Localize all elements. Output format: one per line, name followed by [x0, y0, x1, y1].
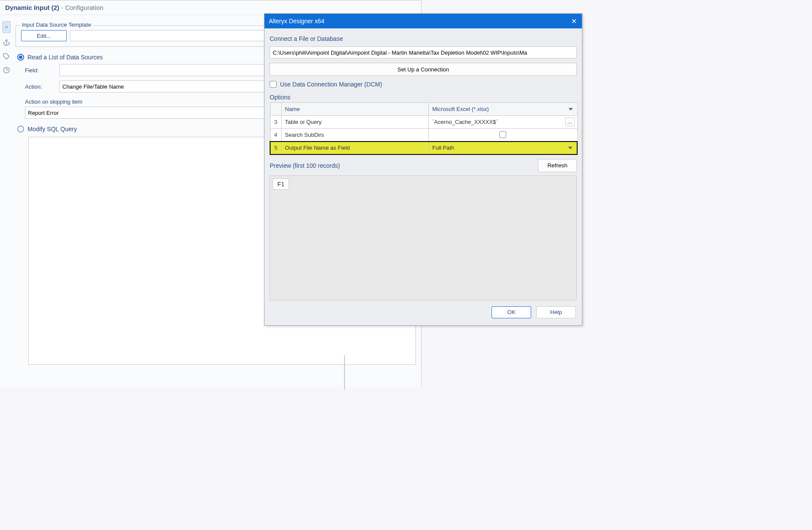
tool-name: Dynamic Input (2)	[5, 4, 59, 11]
dialog-title: Alteryx Designer x64	[269, 18, 324, 25]
row-num: 3	[270, 116, 281, 129]
refresh-button[interactable]: Refresh	[538, 159, 577, 172]
modify-sql-label: Modify SQL Query	[28, 126, 77, 132]
svg-point-1	[6, 40, 7, 41]
radio-unselected-icon	[17, 126, 24, 132]
preview-column-header[interactable]: F1	[273, 179, 289, 190]
options-name-header: Name	[281, 103, 429, 116]
preview-label: Preview (first 100 records)	[270, 162, 340, 169]
table-row: 3 Table or Query `Acerno_Cache_XXXXX$` …	[270, 116, 577, 129]
ellipsis-button[interactable]: …	[565, 117, 575, 126]
dcm-label: Use Data Connection Manager (DCM)	[280, 81, 382, 88]
dcm-checkbox-row[interactable]: Use Data Connection Manager (DCM)	[270, 81, 577, 88]
table-row: 4 Search SubDirs	[270, 129, 577, 142]
read-list-label: Read a List of Data Sources	[28, 54, 103, 61]
field-label: Field:	[25, 67, 55, 74]
checkbox-icon	[499, 131, 506, 138]
search-subdirs-cell[interactable]	[429, 129, 578, 142]
checkbox-icon	[270, 81, 277, 88]
output-filename-select[interactable]: Full Path	[429, 142, 578, 154]
opt-name: Table or Query	[281, 116, 429, 129]
setup-connection-button[interactable]: Set Up a Connection	[270, 63, 577, 76]
help-icon[interactable]	[2, 66, 11, 74]
options-format-select[interactable]: Microsoft Excel (*.xlsx)	[429, 103, 578, 116]
help-button[interactable]: Help	[536, 306, 576, 318]
row-num: 5	[270, 142, 281, 154]
svg-point-0	[6, 27, 7, 28]
opt-name: Search SubDirs	[281, 129, 429, 142]
opt-value: Full Path	[432, 145, 454, 151]
input-datasource-dialog: Alteryx Designer x64 ✕ Connect a File or…	[264, 13, 582, 326]
edit-button[interactable]: Edit...	[21, 30, 67, 41]
ok-button[interactable]: OK	[492, 306, 531, 318]
dialog-titlebar: Alteryx Designer x64 ✕	[265, 14, 582, 28]
gear-icon[interactable]	[2, 21, 11, 33]
connect-heading: Connect a File or Database	[270, 35, 577, 42]
config-title: Dynamic Input (2) - Configuration	[0, 0, 421, 15]
config-icon-rail	[0, 16, 13, 74]
options-table: Name Microsoft Excel (*.xlsx) 3 Table or…	[270, 102, 578, 155]
anchor-icon[interactable]	[2, 38, 11, 47]
options-corner	[270, 103, 281, 116]
row-num: 4	[270, 129, 281, 142]
radio-selected-icon	[17, 54, 24, 61]
template-legend: Input Data Source Template	[20, 22, 93, 28]
action-label: Action:	[25, 83, 55, 90]
close-icon[interactable]: ✕	[570, 17, 578, 25]
canvas-divider	[344, 355, 345, 390]
tag-icon[interactable]	[2, 52, 11, 61]
config-suffix: - Configuration	[61, 4, 103, 11]
preview-grid[interactable]: F1	[270, 176, 577, 300]
file-path-input[interactable]	[270, 46, 577, 59]
opt-name: Output File Name as Field	[281, 142, 429, 154]
options-heading: Options	[270, 94, 582, 101]
opt-value: `Acerno_Cache_XXXXX$`	[432, 119, 498, 125]
table-row-highlighted: 5 Output File Name as Field Full Path	[270, 142, 577, 154]
table-query-cell[interactable]: `Acerno_Cache_XXXXX$` …	[429, 116, 578, 129]
